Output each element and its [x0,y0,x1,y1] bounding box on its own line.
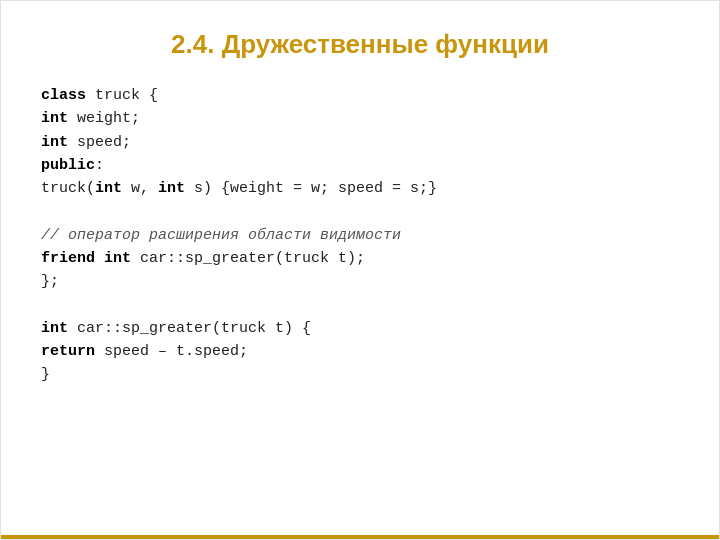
code-text: w, [122,180,158,197]
code-line-1: class truck { [41,84,679,107]
keyword-public: public [41,157,95,174]
keyword-int-6: int [41,320,68,337]
code-line-7: // оператор расширения области видимости [41,224,679,247]
code-comment: // оператор расширения области видимости [41,227,401,244]
code-text: weight; [68,110,140,127]
code-text: }; [41,273,59,290]
code-text [95,250,104,267]
keyword-return: return [41,343,95,360]
code-line-8: friend int car::sp_greater(truck t); [41,247,679,270]
slide-title: 2.4. Дружественные функции [41,29,679,60]
bottom-border [1,535,719,539]
code-text: } [41,366,50,383]
code-line-3: int speed; [41,131,679,154]
keyword-class: class [41,87,86,104]
code-text: car::sp_greater(truck t); [131,250,365,267]
keyword-int-5: int [104,250,131,267]
code-line-2: int weight; [41,107,679,130]
slide: 2.4. Дружественные функции class truck {… [0,0,720,540]
code-text: car::sp_greater(truck t) { [68,320,311,337]
code-text: truck { [86,87,158,104]
keyword-int-3: int [95,180,122,197]
code-line-5: truck(int w, int s) {weight = w; speed =… [41,177,679,200]
code-line-6 [41,200,679,223]
keyword-int-4: int [158,180,185,197]
code-text: s) {weight = w; speed = s;} [185,180,437,197]
code-text: speed – t.speed; [95,343,248,360]
code-text: speed; [68,134,131,151]
keyword-int-1: int [41,110,68,127]
keyword-int-2: int [41,134,68,151]
code-line-4: public: [41,154,679,177]
code-line-11: int car::sp_greater(truck t) { [41,317,679,340]
code-line-10 [41,293,679,316]
code-text: : [95,157,104,174]
code-line-12: return speed – t.speed; [41,340,679,363]
code-text: truck( [41,180,95,197]
code-block: class truck { int weight; int speed; pub… [41,84,679,386]
code-line-13: } [41,363,679,386]
code-line-9: }; [41,270,679,293]
keyword-friend: friend [41,250,95,267]
